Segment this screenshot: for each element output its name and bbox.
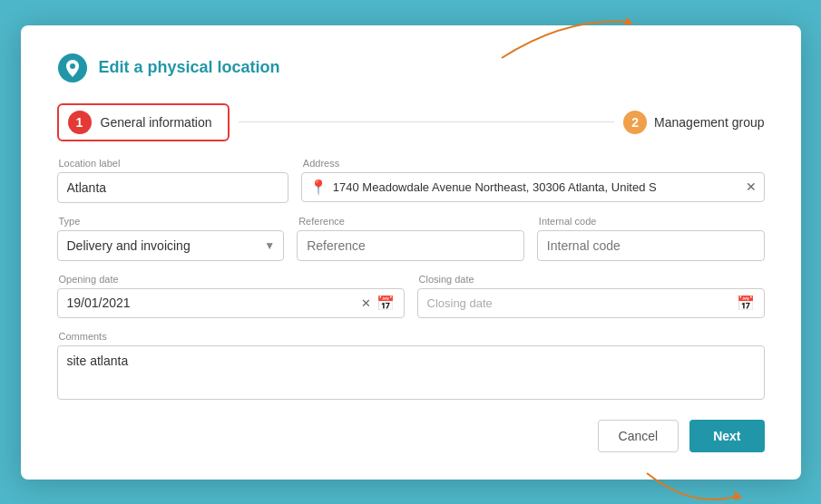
type-select[interactable]: Delivery and invoicing Delivery only Inv… [57, 230, 285, 261]
opening-date-wrapper[interactable]: 19/01/2021 ✕ 📅 [57, 288, 405, 318]
modal-header: ① Edit a physical location [57, 53, 765, 83]
address-label: Address [303, 158, 765, 169]
closing-date-calendar-icon[interactable]: 📅 [737, 295, 755, 312]
closing-date-label: Closing date [419, 274, 765, 285]
modal-title: Edit a physical location [99, 58, 280, 77]
step-1-badge: 1 [68, 111, 92, 134]
modal-container: ① Edit a physical location 1 General inf… [21, 25, 801, 480]
cancel-button[interactable]: Cancel [598, 420, 679, 452]
step-divider [239, 121, 614, 122]
opening-date-calendar-icon[interactable]: 📅 [376, 295, 395, 312]
svg-point-4 [70, 63, 75, 69]
location-icon: ① [57, 53, 88, 83]
opening-date-label: Opening date [59, 274, 405, 285]
arrow-bottom-decoration [638, 469, 747, 505]
internal-code-input[interactable] [537, 230, 765, 261]
row-comments: Comments site atlanta [57, 331, 765, 400]
opening-date-group: Opening date 19/01/2021 ✕ 📅 [57, 274, 405, 318]
location-label-group: Location label [57, 158, 288, 203]
form-grid: Location label Address 📍 1740 Meadowdale… [57, 158, 765, 400]
svg-marker-5 [734, 490, 742, 500]
location-label-label: Location label [59, 158, 288, 169]
type-label: Type [59, 216, 285, 227]
svg-marker-0 [624, 17, 633, 24]
address-value: 1740 Meadowdale Avenue Northeast, 30306 … [333, 180, 740, 194]
step-1-label: General information [101, 115, 212, 130]
comments-group: Comments site atlanta [57, 331, 765, 400]
internal-code-group: Internal code [537, 216, 765, 261]
address-group: Address 📍 1740 Meadowdale Avenue Northea… [301, 158, 765, 203]
opening-date-clear-button[interactable]: ✕ [361, 296, 371, 310]
closing-date-group: Closing date Closing date 📅 [417, 274, 765, 318]
internal-code-label: Internal code [539, 216, 765, 227]
step-2[interactable]: 2 Management group [623, 111, 764, 134]
reference-input[interactable] [297, 230, 524, 261]
closing-date-placeholder: Closing date [427, 296, 731, 310]
type-select-wrapper: Delivery and invoicing Delivery only Inv… [57, 230, 285, 261]
row-location-address: Location label Address 📍 1740 Meadowdale… [57, 158, 765, 203]
steps-row: 1 General information 2 Management group [57, 103, 765, 141]
row-dates: Opening date 19/01/2021 ✕ 📅 Closing date… [57, 274, 765, 318]
step-2-badge: 2 [623, 111, 647, 134]
comments-input[interactable]: site atlanta [57, 345, 765, 400]
location-label-input[interactable] [57, 172, 288, 203]
address-input-wrapper[interactable]: 📍 1740 Meadowdale Avenue Northeast, 3030… [301, 172, 765, 202]
closing-date-wrapper[interactable]: Closing date 📅 [417, 288, 765, 318]
map-pin-icon: 📍 [309, 179, 327, 196]
step-1[interactable]: 1 General information [57, 103, 230, 141]
row-type-ref-code: Type Delivery and invoicing Delivery onl… [57, 216, 765, 261]
comments-label: Comments [59, 331, 765, 342]
reference-group: Reference [297, 216, 524, 261]
type-group: Type Delivery and invoicing Delivery onl… [57, 216, 285, 261]
opening-date-value: 19/01/2021 [67, 296, 356, 310]
next-button[interactable]: Next [689, 420, 764, 452]
step-2-label: Management group [654, 115, 764, 130]
address-clear-button[interactable]: ✕ [746, 179, 757, 194]
footer-row: Cancel Next [57, 420, 765, 452]
reference-label: Reference [298, 216, 524, 227]
